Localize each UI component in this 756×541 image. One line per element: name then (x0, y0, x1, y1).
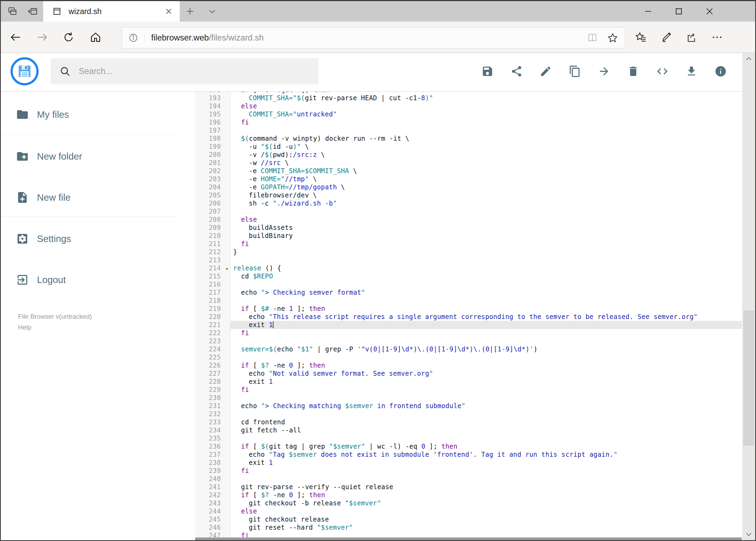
line-number[interactable]: 212 (195, 248, 230, 256)
set-aside-tabs-icon[interactable] (23, 1, 42, 22)
code-line-text[interactable] (230, 410, 742, 418)
code-line-text[interactable]: else (230, 102, 742, 110)
code-line-text[interactable]: sh -c "./wizard.sh -b" (230, 199, 742, 208)
code-line-text[interactable]: COMMIT_SHA="$(git rev-parse HEAD | cut -… (230, 94, 742, 102)
forward-icon[interactable] (31, 26, 53, 48)
line-number[interactable]: 204 (195, 183, 230, 191)
sidebar-item-settings[interactable]: Settings (1, 231, 195, 246)
line-number[interactable]: 228 (195, 377, 230, 386)
new-tab-icon[interactable] (180, 1, 199, 22)
line-number[interactable]: 208 (195, 216, 230, 224)
close-button[interactable] (695, 1, 724, 22)
line-number[interactable]: 197 (195, 126, 230, 135)
code-line-text[interactable] (230, 434, 742, 442)
code-line-text[interactable]: fi (230, 329, 742, 337)
line-number[interactable]: 207 (195, 208, 230, 216)
refresh-icon[interactable] (58, 26, 79, 48)
line-number[interactable]: 196 (195, 118, 230, 126)
delete-button[interactable] (619, 59, 648, 83)
code-line-text[interactable] (230, 126, 742, 135)
code-line-text[interactable]: if [ $? -ne 0 ]; then (230, 361, 742, 369)
address-bar[interactable]: filebrowser.web/files/wizard.sh (122, 27, 625, 48)
line-number[interactable]: 241 (195, 483, 230, 491)
line-number[interactable]: 245 (195, 515, 230, 523)
home-icon[interactable] (85, 26, 106, 48)
line-number[interactable]: 232 (195, 410, 230, 418)
line-number[interactable]: 214▾ (195, 264, 230, 272)
sidebar-item-new-file[interactable]: New file (1, 190, 195, 205)
code-line-text[interactable]: fi (230, 240, 742, 248)
code-line-text[interactable]: exit 1 (230, 459, 742, 467)
code-line-text[interactable]: if [ $# -ne 1 ]; then (230, 305, 742, 313)
line-number[interactable]: 210 (195, 232, 230, 240)
line-number[interactable]: 209 (195, 224, 230, 232)
code-line-text[interactable] (230, 208, 742, 216)
line-number[interactable]: 221 (195, 321, 230, 329)
search-bar[interactable] (51, 58, 319, 84)
sidebar-item-logout[interactable]: Logout (1, 272, 195, 287)
code-line-text[interactable]: echo "Tag $semver does not exist in subm… (230, 450, 742, 459)
code-line-text[interactable]: buildBinary (230, 232, 742, 240)
code-line-text[interactable]: else (230, 507, 742, 515)
line-number[interactable]: 227 (195, 369, 230, 377)
line-number[interactable]: 229 (195, 386, 230, 394)
page-info-icon[interactable] (128, 33, 138, 43)
share-page-icon[interactable] (680, 26, 703, 48)
line-number[interactable]: 230 (195, 394, 230, 402)
vertical-scrollbar[interactable] (742, 53, 755, 540)
code-line-text[interactable]: else (230, 216, 742, 224)
code-line-text[interactable]: git reset --hard "$semver" (230, 523, 742, 532)
back-icon[interactable] (5, 26, 26, 48)
line-number[interactable]: 200 (195, 151, 230, 159)
scroll-up-icon[interactable] (742, 53, 755, 65)
code-line-text[interactable] (230, 296, 742, 305)
line-number[interactable]: 244 (195, 507, 230, 515)
move-button[interactable] (590, 59, 619, 83)
line-number[interactable]: 239 (195, 467, 230, 475)
code-line-text[interactable]: buildAssets (230, 224, 742, 232)
favorite-star-icon[interactable] (607, 32, 619, 44)
code-line-text[interactable] (230, 475, 742, 483)
code-line-text[interactable]: fi (230, 118, 742, 126)
code-line-text[interactable]: COMMIT_SHA="untracked" (230, 110, 742, 118)
code-editor[interactable]: 192if [ -d ".git" ]; then193COMMIT_SHA="… (195, 92, 742, 540)
code-line-text[interactable]: git checkout release (230, 515, 742, 523)
line-number[interactable]: 203 (195, 175, 230, 183)
fold-marker-icon[interactable]: ▾ (226, 265, 228, 273)
minimize-button[interactable] (633, 1, 663, 22)
reading-view-icon[interactable] (587, 32, 598, 43)
line-number[interactable]: 211 (195, 240, 230, 248)
help-link[interactable]: Help (18, 323, 31, 331)
code-line-text[interactable]: exit 1 (230, 377, 742, 386)
code-line-text[interactable]: -v /$(pwd):/src:z \ (230, 151, 742, 159)
edit-button[interactable] (531, 59, 560, 83)
line-number[interactable]: 220 (195, 313, 230, 321)
code-line-text[interactable]: if [ $? -ne 0 ]; then (230, 491, 742, 499)
line-number[interactable]: 236 (195, 442, 230, 450)
line-number[interactable]: 233 (195, 418, 230, 426)
line-number[interactable]: 202 (195, 167, 230, 175)
browser-tab-active[interactable]: wizard.sh (43, 1, 180, 22)
url-text[interactable]: filebrowser.web/files/wizard.sh (151, 33, 587, 43)
search-input[interactable] (78, 66, 319, 76)
code-line-text[interactable]: cd $REPO (230, 272, 742, 280)
code-line-text[interactable] (230, 256, 742, 264)
code-line-text[interactable]: -e GOPATH=//tmp/gopath \ (230, 183, 742, 191)
line-number[interactable]: 243 (195, 499, 230, 507)
code-line-text[interactable] (230, 280, 742, 288)
maximize-button[interactable] (664, 1, 694, 22)
line-number[interactable]: 198 (195, 135, 230, 143)
more-options-icon[interactable] (706, 26, 728, 48)
line-number[interactable]: 234 (195, 426, 230, 434)
horizontal-scrollbar-thumb[interactable] (195, 537, 742, 540)
line-number[interactable]: 222 (195, 329, 230, 337)
code-button[interactable] (648, 59, 677, 83)
code-line-text[interactable] (230, 394, 742, 402)
code-line-text[interactable]: git fetch --all (230, 426, 742, 434)
sidebar-item-my-files[interactable]: My files (1, 107, 195, 122)
line-number[interactable]: 231 (195, 402, 230, 410)
code-line-text[interactable]: $(command -v winpty) docker run --rm -it… (230, 135, 742, 143)
line-number[interactable]: 237 (195, 450, 230, 459)
code-line-text[interactable]: -e HOME="//tmp" \ (230, 175, 742, 183)
line-number[interactable]: 240 (195, 475, 230, 483)
